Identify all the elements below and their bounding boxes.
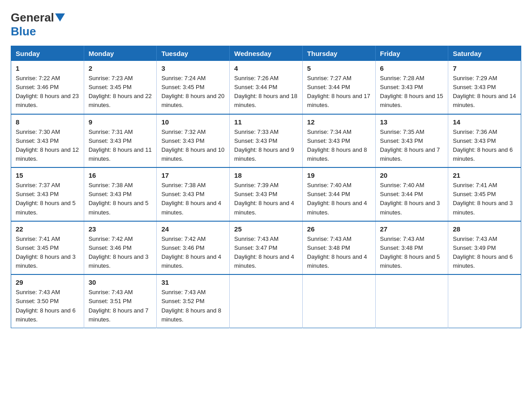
day-info: Sunrise: 7:43 AMSunset: 3:51 PMDaylight:… [89, 289, 149, 322]
day-info: Sunrise: 7:37 AMSunset: 3:43 PMDaylight:… [16, 182, 76, 215]
day-number: 27 [380, 225, 444, 233]
day-cell: 7Sunrise: 7:29 AMSunset: 3:43 PMDaylight… [448, 61, 521, 114]
day-number: 16 [89, 171, 152, 179]
day-info: Sunrise: 7:24 AMSunset: 3:45 PMDaylight:… [161, 75, 224, 108]
day-cell: 2Sunrise: 7:23 AMSunset: 3:45 PMDaylight… [84, 61, 157, 114]
logo: General Blue [11, 11, 65, 39]
day-cell: 13Sunrise: 7:35 AMSunset: 3:43 PMDayligh… [375, 114, 448, 168]
logo-blue-text: Blue [11, 25, 36, 38]
day-cell: 25Sunrise: 7:43 AMSunset: 3:47 PMDayligh… [230, 221, 303, 275]
day-cell: 31Sunrise: 7:43 AMSunset: 3:52 PMDayligh… [157, 274, 230, 328]
header-cell-wednesday: Wednesday [230, 46, 303, 61]
week-row-3: 15Sunrise: 7:37 AMSunset: 3:43 PMDayligh… [11, 167, 521, 221]
week-row-2: 8Sunrise: 7:30 AMSunset: 3:43 PMDaylight… [11, 114, 521, 168]
day-info: Sunrise: 7:26 AMSunset: 3:44 PMDaylight:… [234, 75, 297, 108]
day-cell: 5Sunrise: 7:27 AMSunset: 3:44 PMDaylight… [302, 61, 375, 114]
header-cell-tuesday: Tuesday [157, 46, 230, 61]
day-cell: 10Sunrise: 7:32 AMSunset: 3:43 PMDayligh… [157, 114, 230, 168]
day-number: 17 [161, 171, 225, 179]
header-cell-friday: Friday [375, 46, 448, 61]
header-cell-monday: Monday [84, 46, 157, 61]
day-info: Sunrise: 7:27 AMSunset: 3:44 PMDaylight:… [307, 75, 370, 108]
day-cell: 22Sunrise: 7:41 AMSunset: 3:45 PMDayligh… [11, 221, 84, 275]
day-number: 30 [89, 278, 152, 286]
header-cell-saturday: Saturday [448, 46, 521, 61]
day-info: Sunrise: 7:33 AMSunset: 3:43 PMDaylight:… [234, 128, 294, 162]
day-cell: 6Sunrise: 7:28 AMSunset: 3:43 PMDaylight… [375, 61, 448, 114]
day-cell: 19Sunrise: 7:40 AMSunset: 3:44 PMDayligh… [302, 167, 375, 221]
day-cell: 1Sunrise: 7:22 AMSunset: 3:46 PMDaylight… [11, 61, 84, 114]
day-cell: 30Sunrise: 7:43 AMSunset: 3:51 PMDayligh… [84, 274, 157, 328]
day-cell: 9Sunrise: 7:31 AMSunset: 3:43 PMDaylight… [84, 114, 157, 168]
day-cell: 23Sunrise: 7:42 AMSunset: 3:46 PMDayligh… [84, 221, 157, 275]
day-cell: 27Sunrise: 7:43 AMSunset: 3:48 PMDayligh… [375, 221, 448, 275]
logo-general-text: General [11, 11, 54, 25]
day-number: 25 [234, 225, 298, 233]
day-info: Sunrise: 7:42 AMSunset: 3:46 PMDaylight:… [89, 235, 149, 269]
day-cell: 16Sunrise: 7:38 AMSunset: 3:43 PMDayligh… [84, 167, 157, 221]
day-info: Sunrise: 7:42 AMSunset: 3:46 PMDaylight:… [161, 235, 221, 269]
day-cell: 8Sunrise: 7:30 AMSunset: 3:43 PMDaylight… [11, 114, 84, 168]
day-number: 26 [307, 225, 371, 233]
calendar-body: 1Sunrise: 7:22 AMSunset: 3:46 PMDaylight… [11, 61, 521, 328]
day-info: Sunrise: 7:43 AMSunset: 3:48 PMDaylight:… [380, 235, 440, 269]
header-cell-sunday: Sunday [11, 46, 84, 61]
day-info: Sunrise: 7:23 AMSunset: 3:45 PMDaylight:… [89, 75, 152, 108]
day-number: 29 [16, 278, 79, 286]
day-info: Sunrise: 7:38 AMSunset: 3:43 PMDaylight:… [161, 182, 221, 215]
day-number: 19 [307, 171, 371, 179]
day-number: 28 [453, 225, 516, 233]
day-info: Sunrise: 7:38 AMSunset: 3:43 PMDaylight:… [89, 182, 149, 215]
day-number: 8 [16, 118, 79, 126]
day-cell [448, 274, 521, 328]
day-number: 31 [161, 278, 225, 286]
day-info: Sunrise: 7:22 AMSunset: 3:46 PMDaylight:… [16, 75, 79, 108]
week-row-1: 1Sunrise: 7:22 AMSunset: 3:46 PMDaylight… [11, 61, 521, 114]
day-number: 21 [453, 171, 516, 179]
day-number: 12 [307, 118, 371, 126]
day-cell: 15Sunrise: 7:37 AMSunset: 3:43 PMDayligh… [11, 167, 84, 221]
day-cell: 3Sunrise: 7:24 AMSunset: 3:45 PMDaylight… [157, 61, 230, 114]
day-info: Sunrise: 7:41 AMSunset: 3:45 PMDaylight:… [453, 182, 513, 215]
calendar-table: SundayMondayTuesdayWednesdayThursdayFrid… [11, 46, 521, 328]
day-number: 18 [234, 171, 298, 179]
day-number: 6 [380, 64, 444, 72]
day-info: Sunrise: 7:32 AMSunset: 3:43 PMDaylight:… [161, 128, 224, 162]
day-number: 22 [16, 225, 79, 233]
day-cell [302, 274, 375, 328]
day-cell: 24Sunrise: 7:42 AMSunset: 3:46 PMDayligh… [157, 221, 230, 275]
day-info: Sunrise: 7:29 AMSunset: 3:43 PMDaylight:… [453, 75, 516, 108]
week-row-4: 22Sunrise: 7:41 AMSunset: 3:45 PMDayligh… [11, 221, 521, 275]
day-number: 7 [453, 64, 516, 72]
day-number: 20 [380, 171, 444, 179]
week-row-5: 29Sunrise: 7:43 AMSunset: 3:50 PMDayligh… [11, 274, 521, 328]
day-cell: 12Sunrise: 7:34 AMSunset: 3:43 PMDayligh… [302, 114, 375, 168]
day-cell: 21Sunrise: 7:41 AMSunset: 3:45 PMDayligh… [448, 167, 521, 221]
day-number: 4 [234, 64, 298, 72]
day-number: 23 [89, 225, 152, 233]
day-cell [375, 274, 448, 328]
header-cell-thursday: Thursday [302, 46, 375, 61]
day-number: 11 [234, 118, 298, 126]
day-cell: 17Sunrise: 7:38 AMSunset: 3:43 PMDayligh… [157, 167, 230, 221]
day-cell: 18Sunrise: 7:39 AMSunset: 3:43 PMDayligh… [230, 167, 303, 221]
day-info: Sunrise: 7:39 AMSunset: 3:43 PMDaylight:… [234, 182, 294, 215]
header-row: SundayMondayTuesdayWednesdayThursdayFrid… [11, 46, 521, 61]
logo-triangle-icon [55, 13, 65, 23]
day-cell [230, 274, 303, 328]
day-info: Sunrise: 7:43 AMSunset: 3:48 PMDaylight:… [307, 235, 367, 269]
day-number: 13 [380, 118, 444, 126]
day-number: 2 [89, 64, 152, 72]
day-cell: 29Sunrise: 7:43 AMSunset: 3:50 PMDayligh… [11, 274, 84, 328]
day-info: Sunrise: 7:30 AMSunset: 3:43 PMDaylight:… [16, 128, 79, 162]
day-number: 9 [89, 118, 152, 126]
day-info: Sunrise: 7:43 AMSunset: 3:50 PMDaylight:… [16, 289, 76, 322]
day-number: 10 [161, 118, 225, 126]
day-number: 1 [16, 64, 79, 72]
day-cell: 4Sunrise: 7:26 AMSunset: 3:44 PMDaylight… [230, 61, 303, 114]
day-number: 14 [453, 118, 516, 126]
page-header: General Blue [11, 11, 521, 39]
calendar-header: SundayMondayTuesdayWednesdayThursdayFrid… [11, 46, 521, 61]
day-cell: 11Sunrise: 7:33 AMSunset: 3:43 PMDayligh… [230, 114, 303, 168]
day-cell: 28Sunrise: 7:43 AMSunset: 3:49 PMDayligh… [448, 221, 521, 275]
